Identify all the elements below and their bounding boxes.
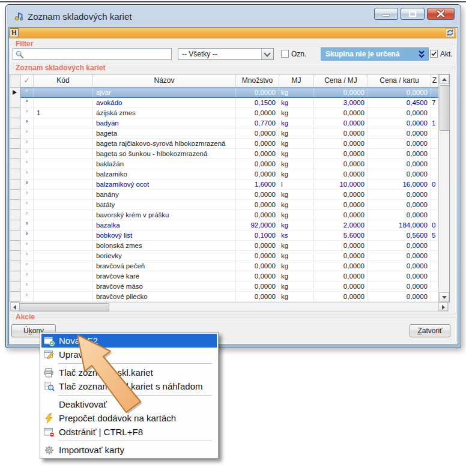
row-selector[interactable]: [10, 88, 20, 98]
row-selector[interactable]: [10, 128, 20, 139]
table-row[interactable]: °bravčová pečeň0,0000kg0,00000,0000: [10, 261, 449, 271]
table-row[interactable]: °batáty0,0000kg0,00000,0000: [10, 200, 449, 210]
group-selector-field[interactable]: Skupina nie je určená: [321, 47, 429, 61]
row-selector[interactable]: [10, 139, 20, 149]
column-header-2[interactable]: Kód: [34, 74, 93, 88]
table-row[interactable]: °1ázijská zmes0,0000kg0,00000,0000: [10, 108, 449, 118]
close-button[interactable]: [427, 8, 455, 20]
maximize-button[interactable]: [401, 8, 425, 20]
table-row[interactable]: °bazalka92,0000kg2,0000184,00000: [10, 220, 449, 230]
table-row[interactable]: °bravčové mäso0,0000kg0,00000,0000: [10, 282, 449, 292]
row-selector[interactable]: [10, 241, 20, 251]
horizontal-scrollbar[interactable]: [10, 302, 449, 312]
cell-cena-mj: 0,0000: [314, 128, 368, 139]
vertical-scroll-thumb[interactable]: [440, 85, 450, 131]
column-header-3[interactable]: Názov: [93, 74, 236, 88]
cell-cena-mj: 2,0000: [314, 220, 368, 230]
table-row[interactable]: °bravčové pliecko0,0000kg0,00000,0000: [10, 292, 449, 302]
search-input[interactable]: [26, 49, 171, 60]
cell-cena-kartu: 0,0000: [368, 200, 431, 210]
column-header-4[interactable]: Množstvo: [236, 74, 279, 88]
table-row[interactable]: °ajvar0,0000kg0,00000,0000: [10, 88, 449, 98]
table-row[interactable]: °bageta rajčiakovo-syrová hlbokozmrazená…: [10, 139, 449, 149]
column-header-1[interactable]: ✓: [20, 74, 34, 88]
cell-mj: kg: [279, 220, 314, 230]
cell-mnozstvo: 0,7700: [236, 118, 279, 128]
cell-cena-kartu: 16,0000: [368, 179, 431, 190]
table-row[interactable]: °balzamikový ocot1,6000l10,000016,00000: [10, 179, 449, 190]
table-row[interactable]: °bavorský krém v prášku0,0000kg0,00000,0…: [10, 210, 449, 220]
row-marker: °: [20, 282, 34, 292]
table-row[interactable]: °bageta so šunkou - hlbokozmrazená0,0000…: [10, 149, 449, 159]
row-selector[interactable]: [10, 159, 20, 169]
column-header-5[interactable]: MJ: [279, 74, 314, 88]
row-selector[interactable]: [10, 200, 20, 210]
scroll-left-button[interactable]: [10, 303, 20, 311]
cell-cena-mj: 0,0000: [314, 159, 368, 169]
vertical-scrollbar[interactable]: [438, 74, 449, 302]
cell-kod: [34, 149, 93, 159]
ozn-checkbox[interactable]: [281, 50, 289, 58]
row-selector[interactable]: [10, 179, 20, 190]
row-selector[interactable]: [10, 220, 20, 230]
table-row[interactable]: °badyán0,7700kg0,00000,00001: [10, 118, 449, 128]
column-header-0[interactable]: [10, 74, 20, 88]
horizontal-scroll-thumb[interactable]: [19, 303, 109, 312]
row-marker: °: [20, 261, 34, 271]
row-selector[interactable]: [10, 251, 20, 261]
cell-mnozstvo: 0,0000: [236, 128, 279, 139]
row-selector[interactable]: [10, 108, 20, 118]
scroll-up-button[interactable]: [439, 74, 449, 84]
row-selector[interactable]: [10, 210, 20, 220]
table-row[interactable]: °avokádo0,1500kg3,00000,45007: [10, 98, 449, 108]
cell-mj: kg: [279, 149, 314, 159]
minimize-button[interactable]: [374, 8, 398, 20]
row-selector[interactable]: [10, 190, 20, 200]
table-row[interactable]: °baklažán0,0000kg0,00000,0000: [10, 159, 449, 169]
table-row[interactable]: °bolonská zmes0,0000kg0,00000,0000: [10, 241, 449, 251]
table-row[interactable]: °bravčové karé0,0000kg0,00000,0000: [10, 271, 449, 282]
cell-mnozstvo: 0,0000: [236, 200, 279, 210]
row-selector[interactable]: [10, 271, 20, 282]
cell-z: [431, 210, 438, 220]
client-area: H Filter -- Všetky --: [8, 27, 458, 345]
category-combobox[interactable]: -- Všetky --: [178, 48, 274, 60]
cell-kod: [34, 159, 93, 169]
table-row[interactable]: °balzamiko0,0000kg0,00000,0000: [10, 169, 449, 179]
table-row[interactable]: °banány0,0000kg0,00000,0000: [10, 190, 449, 200]
scroll-right-button[interactable]: [438, 303, 448, 311]
row-marker: °: [20, 128, 34, 139]
column-header-6[interactable]: Cena / MJ: [314, 74, 368, 88]
combobox-dropdown-button[interactable]: [261, 49, 273, 59]
menu-item-importovat[interactable]: Importovať karty: [41, 443, 217, 457]
row-selector[interactable]: [10, 169, 20, 179]
row-marker: °: [20, 220, 34, 230]
cell-mj: kg: [279, 159, 314, 169]
row-selector[interactable]: [10, 98, 20, 108]
cell-z: 0: [431, 220, 438, 230]
cell-nazov: baklažán: [93, 159, 236, 169]
row-selector[interactable]: [10, 149, 20, 159]
column-header-7[interactable]: Cena / kartu: [368, 74, 431, 88]
row-selector[interactable]: [10, 261, 20, 271]
refresh-icon[interactable]: [446, 28, 455, 37]
scroll-down-button[interactable]: [439, 292, 449, 302]
row-selector[interactable]: [10, 282, 20, 292]
cell-nazov: bazalka: [93, 220, 236, 230]
cell-kod: [34, 241, 93, 251]
menu-item-odstranit[interactable]: Odstrániť | CTRL+F8: [41, 425, 217, 439]
akt-checkbox[interactable]: [430, 50, 438, 58]
column-header-8[interactable]: Z: [431, 74, 438, 88]
h-tab[interactable]: H: [10, 28, 19, 37]
row-selector[interactable]: [10, 230, 20, 241]
table-row[interactable]: °borievky0,0000kg0,00000,0000: [10, 251, 449, 261]
row-selector[interactable]: [10, 118, 20, 128]
group-selector-value: Skupina nie je určená: [325, 50, 399, 58]
table-row[interactable]: °bobkový list0,1000ks5,60000,56005: [10, 230, 449, 241]
table-row[interactable]: °bageta0,0000kg0,00000,0000: [10, 128, 449, 139]
print-preview-icon: [43, 381, 55, 392]
cell-mnozstvo: 0,0000: [236, 241, 279, 251]
cell-cena-kartu: 0,0000: [368, 190, 431, 200]
row-selector[interactable]: [10, 292, 20, 302]
zatvorit-button[interactable]: Zatvoriť: [410, 324, 450, 337]
